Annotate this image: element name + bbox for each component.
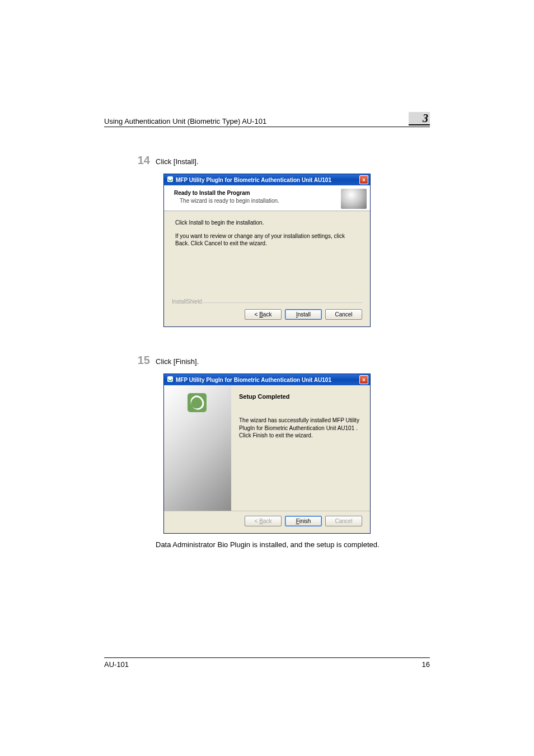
step-14: 14 Click [Install]. <box>104 154 430 167</box>
setup-completed-heading: Setup Completed <box>239 393 362 400</box>
banner-image <box>341 189 367 209</box>
installer-icon <box>167 376 174 384</box>
dialog-body: Click Install to begin the installation.… <box>164 211 370 298</box>
chapter-box: 3 <box>409 112 430 125</box>
finish-button[interactable]: Finish <box>285 516 322 526</box>
wizard-image <box>164 385 231 511</box>
body-line2: If you want to review or change any of y… <box>175 232 359 248</box>
chapter-number: 3 <box>423 112 428 125</box>
step-text: Click [Install]. <box>156 157 199 166</box>
footer-page-number: 16 <box>422 660 430 669</box>
back-button[interactable]: < Back <box>245 309 282 320</box>
install-button[interactable]: Install <box>285 309 322 320</box>
dialog-buttons: < Back Install Cancel <box>164 305 370 326</box>
step-number: 15 <box>104 354 156 367</box>
banner-heading: Ready to Install the Program <box>174 190 279 196</box>
header-title: Using Authentication Unit (Biometric Typ… <box>104 117 266 125</box>
dialog1-wrap: MFP Utility PlugIn for Biometric Authent… <box>104 174 430 327</box>
step-15: 15 Click [Finish]. <box>104 354 430 367</box>
dialog-buttons: < Back Finish Cancel <box>164 511 370 533</box>
step-number: 14 <box>104 154 156 167</box>
page-footer: AU-101 16 <box>104 657 430 669</box>
running-header: Using Authentication Unit (Biometric Typ… <box>104 112 430 127</box>
close-icon[interactable]: × <box>359 175 368 184</box>
page: Using Authentication Unit (Biometric Typ… <box>0 0 534 756</box>
cancel-button[interactable]: Cancel <box>325 309 362 320</box>
installshield-label: InstallShield <box>164 298 370 305</box>
dialog2-wrap: MFP Utility PlugIn for Biometric Authent… <box>104 374 430 534</box>
product-logo-icon <box>188 393 207 412</box>
finish-dialog: MFP Utility PlugIn for Biometric Authent… <box>163 374 371 534</box>
dialog-main: Setup Completed The wizard has successfu… <box>164 385 370 511</box>
close-icon[interactable]: × <box>359 375 368 384</box>
dialog-titlebar: MFP Utility PlugIn for Biometric Authent… <box>164 374 370 385</box>
completed-text: The wizard has successfully installed MF… <box>239 417 362 440</box>
footer-left: AU-101 <box>104 660 129 669</box>
cancel-button: Cancel <box>325 516 362 526</box>
body-line1: Click Install to begin the installation. <box>175 219 359 227</box>
dialog-banner: Ready to Install the Program The wizard … <box>164 185 370 211</box>
install-dialog: MFP Utility PlugIn for Biometric Authent… <box>163 174 371 327</box>
back-button: < Back <box>245 516 282 526</box>
dialog-titlebar: MFP Utility PlugIn for Biometric Authent… <box>164 174 370 185</box>
dialog-title: MFP Utility PlugIn for Biometric Authent… <box>176 177 331 183</box>
step-text: Click [Finish]. <box>156 357 199 366</box>
installer-icon <box>167 176 174 184</box>
banner-subtext: The wizard is ready to begin installatio… <box>180 198 279 204</box>
after-text: Data Administrator Bio Plugin is install… <box>156 540 430 549</box>
dialog-title: MFP Utility PlugIn for Biometric Authent… <box>176 377 331 383</box>
